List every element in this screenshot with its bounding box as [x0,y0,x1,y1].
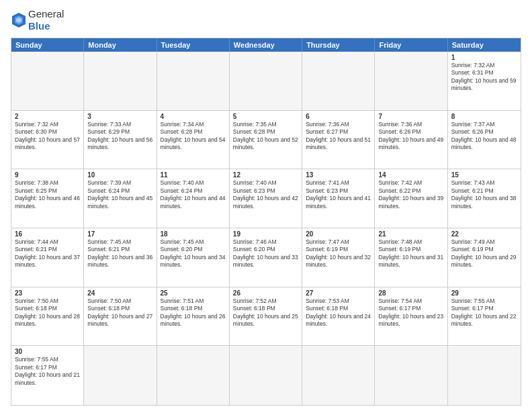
calendar-cell [157,52,230,110]
calendar-row-0: 1Sunrise: 7:32 AM Sunset: 6:31 PM Daylig… [11,52,521,111]
day-number: 26 [233,289,298,297]
day-number: 6 [306,113,371,120]
weekday-header-wednesday: Wednesday [230,38,302,52]
calendar-row-2: 9Sunrise: 7:38 AM Sunset: 6:25 PM Daylig… [11,169,521,228]
day-number: 3 [87,113,152,120]
cell-text: Sunrise: 7:42 AM Sunset: 6:22 PM Dayligh… [378,179,443,210]
cell-text: Sunrise: 7:50 AM Sunset: 6:18 PM Dayligh… [15,298,80,328]
calendar-cell: 29Sunrise: 7:55 AM Sunset: 6:17 PM Dayli… [448,287,521,346]
day-number: 16 [15,230,80,238]
day-number: 7 [378,113,443,120]
calendar-cell: 28Sunrise: 7:54 AM Sunset: 6:17 PM Dayli… [375,287,447,346]
cell-text: Sunrise: 7:44 AM Sunset: 6:21 PM Dayligh… [15,238,80,269]
cell-text: Sunrise: 7:54 AM Sunset: 6:17 PM Dayligh… [378,298,443,328]
cell-text: Sunrise: 7:40 AM Sunset: 6:24 PM Dayligh… [161,179,226,210]
day-number: 19 [233,230,298,238]
calendar-cell: 7Sunrise: 7:36 AM Sunset: 6:26 PM Daylig… [375,111,447,169]
calendar-cell: 17Sunrise: 7:45 AM Sunset: 6:21 PM Dayli… [84,228,157,287]
cell-text: Sunrise: 7:43 AM Sunset: 6:21 PM Dayligh… [451,179,517,210]
weekday-header-monday: Monday [84,38,157,52]
cell-text: Sunrise: 7:41 AM Sunset: 6:23 PM Dayligh… [306,179,371,210]
cell-text: Sunrise: 7:36 AM Sunset: 6:27 PM Dayligh… [306,121,371,152]
calendar-cell: 26Sunrise: 7:52 AM Sunset: 6:18 PM Dayli… [230,287,302,346]
calendar-body: 1Sunrise: 7:32 AM Sunset: 6:31 PM Daylig… [11,52,521,405]
day-number: 25 [161,289,226,297]
day-number: 22 [451,230,517,238]
calendar-cell [11,52,84,110]
day-number: 11 [161,171,226,179]
calendar-cell: 18Sunrise: 7:45 AM Sunset: 6:20 PM Dayli… [157,228,230,287]
calendar-cell: 15Sunrise: 7:43 AM Sunset: 6:21 PM Dayli… [448,169,521,228]
day-number: 2 [15,113,80,120]
day-number: 30 [15,348,80,355]
calendar-cell: 3Sunrise: 7:33 AM Sunset: 6:29 PM Daylig… [84,111,157,169]
calendar-cell [84,346,157,405]
calendar-cell: 12Sunrise: 7:40 AM Sunset: 6:23 PM Dayli… [230,169,302,228]
calendar-cell [302,52,375,110]
calendar-cell: 24Sunrise: 7:50 AM Sunset: 6:18 PM Dayli… [84,287,157,346]
calendar-cell: 19Sunrise: 7:46 AM Sunset: 6:20 PM Dayli… [230,228,302,287]
calendar-cell: 11Sunrise: 7:40 AM Sunset: 6:24 PM Dayli… [157,169,230,228]
day-number: 24 [87,289,152,297]
cell-text: Sunrise: 7:53 AM Sunset: 6:18 PM Dayligh… [306,298,371,328]
header: General Blue [11,8,521,32]
cell-text: Sunrise: 7:50 AM Sunset: 6:18 PM Dayligh… [87,298,152,328]
day-number: 1 [451,54,517,61]
cell-text: Sunrise: 7:55 AM Sunset: 6:17 PM Dayligh… [15,356,80,387]
calendar-cell: 4Sunrise: 7:34 AM Sunset: 6:28 PM Daylig… [157,111,230,169]
calendar: SundayMondayTuesdayWednesdayThursdayFrid… [11,38,521,406]
calendar-cell [157,346,230,405]
cell-text: Sunrise: 7:35 AM Sunset: 6:28 PM Dayligh… [233,121,298,152]
calendar-cell: 21Sunrise: 7:48 AM Sunset: 6:19 PM Dayli… [375,228,447,287]
weekday-header-tuesday: Tuesday [157,38,230,52]
day-number: 9 [15,171,80,179]
cell-text: Sunrise: 7:49 AM Sunset: 6:19 PM Dayligh… [451,238,517,269]
cell-text: Sunrise: 7:45 AM Sunset: 6:20 PM Dayligh… [161,238,226,269]
page: General Blue SundayMondayTuesdayWednesda… [0,0,532,411]
calendar-row-5: 30Sunrise: 7:55 AM Sunset: 6:17 PM Dayli… [11,346,521,405]
calendar-cell [302,346,375,405]
cell-text: Sunrise: 7:39 AM Sunset: 6:24 PM Dayligh… [87,179,152,210]
cell-text: Sunrise: 7:47 AM Sunset: 6:19 PM Dayligh… [306,238,371,269]
weekday-header-saturday: Saturday [448,38,521,52]
cell-text: Sunrise: 7:55 AM Sunset: 6:17 PM Dayligh… [451,298,517,328]
calendar-cell: 23Sunrise: 7:50 AM Sunset: 6:18 PM Dayli… [11,287,84,346]
weekday-header-thursday: Thursday [302,38,375,52]
day-number: 8 [451,113,517,120]
calendar-cell [375,346,447,405]
day-number: 23 [15,289,80,297]
calendar-cell: 13Sunrise: 7:41 AM Sunset: 6:23 PM Dayli… [302,169,375,228]
calendar-row-1: 2Sunrise: 7:32 AM Sunset: 6:30 PM Daylig… [11,111,521,170]
cell-text: Sunrise: 7:48 AM Sunset: 6:19 PM Dayligh… [378,238,443,269]
cell-text: Sunrise: 7:46 AM Sunset: 6:20 PM Dayligh… [233,238,298,269]
cell-text: Sunrise: 7:34 AM Sunset: 6:28 PM Dayligh… [161,121,226,152]
logo: General Blue [11,8,64,32]
calendar-cell: 8Sunrise: 7:37 AM Sunset: 6:26 PM Daylig… [448,111,521,169]
cell-text: Sunrise: 7:51 AM Sunset: 6:18 PM Dayligh… [161,298,226,328]
calendar-cell: 22Sunrise: 7:49 AM Sunset: 6:19 PM Dayli… [448,228,521,287]
generalblue-logo-icon [11,12,27,28]
calendar-cell [230,346,302,405]
cell-text: Sunrise: 7:45 AM Sunset: 6:21 PM Dayligh… [87,238,152,269]
weekday-header-sunday: Sunday [11,38,84,52]
calendar-cell: 6Sunrise: 7:36 AM Sunset: 6:27 PM Daylig… [302,111,375,169]
day-number: 27 [306,289,371,297]
calendar-header: SundayMondayTuesdayWednesdayThursdayFrid… [11,38,521,52]
calendar-cell: 10Sunrise: 7:39 AM Sunset: 6:24 PM Dayli… [84,169,157,228]
day-number: 17 [87,230,152,238]
day-number: 15 [451,171,517,179]
cell-text: Sunrise: 7:32 AM Sunset: 6:30 PM Dayligh… [15,121,80,152]
calendar-cell [448,346,521,405]
calendar-cell: 9Sunrise: 7:38 AM Sunset: 6:25 PM Daylig… [11,169,84,228]
day-number: 29 [451,289,517,297]
calendar-cell: 20Sunrise: 7:47 AM Sunset: 6:19 PM Dayli… [302,228,375,287]
calendar-cell: 30Sunrise: 7:55 AM Sunset: 6:17 PM Dayli… [11,346,84,405]
calendar-cell: 14Sunrise: 7:42 AM Sunset: 6:22 PM Dayli… [375,169,447,228]
calendar-cell [84,52,157,110]
calendar-cell [230,52,302,110]
calendar-cell: 25Sunrise: 7:51 AM Sunset: 6:18 PM Dayli… [157,287,230,346]
day-number: 12 [233,171,298,179]
day-number: 20 [306,230,371,238]
day-number: 14 [378,171,443,179]
cell-text: Sunrise: 7:37 AM Sunset: 6:26 PM Dayligh… [451,121,517,152]
